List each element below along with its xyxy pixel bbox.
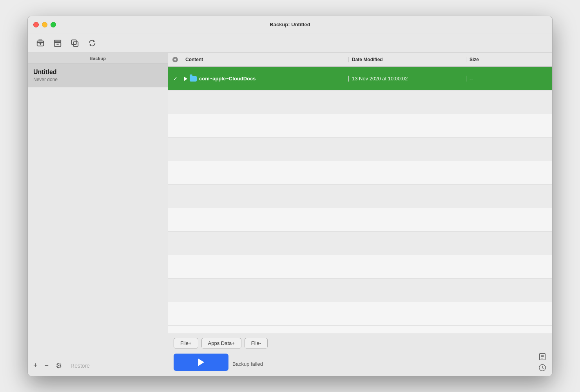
backup-tab-button[interactable] xyxy=(33,36,48,50)
row-date: 13 Nov 2020 at 10:00:02 xyxy=(348,76,466,82)
svg-rect-1 xyxy=(54,40,61,42)
table-header-check xyxy=(168,57,182,62)
settings-button[interactable]: ⚙ xyxy=(56,361,62,370)
folder-icon xyxy=(190,76,197,82)
window-title: Backup: Untitled xyxy=(270,22,310,27)
bottom-right-icons xyxy=(538,352,547,372)
bottom-action-buttons: File+ Apps Data+ File- xyxy=(174,338,547,348)
restore-button[interactable]: Restore xyxy=(71,363,90,369)
apps-data-add-button[interactable]: Apps Data+ xyxy=(201,338,241,348)
select-all-radio[interactable] xyxy=(172,57,178,62)
clone-tab-button[interactable] xyxy=(67,36,83,50)
log-button[interactable] xyxy=(538,352,547,361)
schedule-button[interactable] xyxy=(538,363,547,372)
file-remove-button[interactable]: File- xyxy=(245,338,268,348)
expand-icon[interactable] xyxy=(184,76,187,81)
app-window: Backup: Untitled xyxy=(27,16,553,376)
row-content: com~apple~CloudDocs xyxy=(182,76,348,82)
table-header-date: Date Modified xyxy=(348,57,466,62)
sidebar-item-title: Untitled xyxy=(33,69,162,76)
traffic-lights xyxy=(28,22,56,27)
svg-rect-3 xyxy=(72,40,76,44)
play-icon xyxy=(198,358,204,366)
table-header-size: Size xyxy=(466,57,529,62)
sidebar-footer: + − ⚙ Restore xyxy=(28,355,168,376)
table-row xyxy=(168,232,552,255)
sidebar: Backup Untitled Never done + − ⚙ Restore xyxy=(28,53,168,376)
table-row xyxy=(168,255,552,279)
bottom-toolbar: File+ Apps Data+ File- Backup failed xyxy=(168,334,552,376)
row-name: com~apple~CloudDocs xyxy=(199,76,256,82)
table-row xyxy=(168,208,552,232)
sidebar-item-subtitle: Never done xyxy=(33,77,162,82)
table-header-content: Content xyxy=(182,57,348,62)
add-backup-button[interactable]: + xyxy=(33,361,38,370)
svg-rect-4 xyxy=(73,42,78,46)
table-row xyxy=(168,279,552,302)
table-row xyxy=(168,161,552,185)
sidebar-header: Backup xyxy=(28,53,168,64)
toolbar xyxy=(28,33,552,53)
table-header: Content Date Modified Size xyxy=(168,53,552,67)
sidebar-items-list: Untitled Never done xyxy=(28,64,168,355)
archive-tab-button[interactable] xyxy=(50,36,65,50)
titlebar: Backup: Untitled xyxy=(28,16,552,33)
remove-backup-button[interactable]: − xyxy=(45,361,49,370)
close-button[interactable] xyxy=(33,22,39,27)
table-row xyxy=(168,114,552,138)
minimize-button[interactable] xyxy=(42,22,47,27)
status-text: Backup failed xyxy=(232,361,531,367)
table-row xyxy=(168,185,552,208)
table-row xyxy=(168,302,552,326)
sidebar-item-untitled[interactable]: Untitled Never done xyxy=(28,64,168,87)
file-add-button[interactable]: File+ xyxy=(174,338,198,348)
table-row[interactable]: ✓ com~apple~CloudDocs 13 Nov 2020 at 10:… xyxy=(168,67,552,91)
table-row xyxy=(168,91,552,114)
bottom-actions-row: Backup failed xyxy=(174,352,547,372)
row-checkbox[interactable]: ✓ xyxy=(168,76,182,82)
row-size: -- xyxy=(466,76,529,82)
main-area: Backup Untitled Never done + − ⚙ Restore xyxy=(28,53,552,376)
table-body: ✓ com~apple~CloudDocs 13 Nov 2020 at 10:… xyxy=(168,67,552,334)
run-backup-button[interactable] xyxy=(174,354,228,371)
maximize-button[interactable] xyxy=(51,22,56,27)
table-row xyxy=(168,138,552,161)
content-area: Content Date Modified Size ✓ com~apple~C… xyxy=(168,53,552,376)
sync-tab-button[interactable] xyxy=(84,36,100,50)
